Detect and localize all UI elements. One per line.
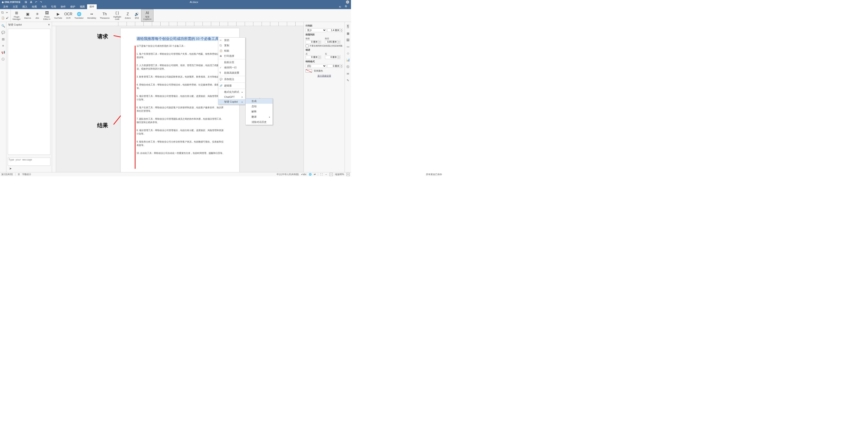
ribbon-mendeley[interactable]: ••Mendeley (86, 9, 98, 22)
after-value[interactable] (325, 40, 338, 44)
vertical-ruler[interactable] (52, 26, 56, 172)
doc-item[interactable]: 7. 团队协作工具：帮助创业公司管理团队成员之间的协作和沟通，包括项目管理工具、… (136, 117, 225, 124)
image-icon[interactable]: 🖼 (346, 38, 349, 42)
doc-item[interactable]: 3. 财务管理工具：帮助创业公司跟踪财务状况，包括预算、财务报表、支付和收款等。 (136, 75, 225, 78)
tab-插件[interactable]: 插件 (87, 4, 97, 9)
ctx-打印选择[interactable]: 🖶打印选择 (218, 53, 245, 59)
feedback-icon[interactable]: 📢 (1, 51, 5, 54)
advanced-link[interactable]: 显示高级设置 (306, 74, 343, 77)
ctx-保持同一行[interactable]: ✓保持同一行 (218, 65, 245, 70)
paste-icon[interactable]: 📋 (1, 17, 5, 20)
before-value[interactable] (306, 40, 318, 44)
sub-总结[interactable]: 总结 (246, 104, 273, 109)
open-file-icon[interactable]: ⎋ (337, 4, 343, 9)
sub-翻译[interactable]: 翻译▸ (246, 114, 273, 120)
outline-icon[interactable]: ≡ (2, 44, 4, 48)
comments-icon[interactable]: 💬 (1, 31, 5, 34)
cut-icon[interactable]: ✂ (6, 11, 9, 14)
document-scroll[interactable]: 请求 结果 请给我推荐每个创业公司成功所需的 10 个必备工具 以下是每个创业公… (52, 26, 304, 172)
no-space-checkbox[interactable] (306, 44, 309, 48)
ctx-剪切[interactable]: ✂剪切 (218, 38, 245, 43)
doc-item[interactable]: 8. 项目管理工具：帮助创业公司管理项目，包括任务分配、进度跟踪、风险管理和资源… (136, 129, 225, 135)
search-icon[interactable]: 🔍 (1, 24, 5, 28)
ribbon-zotero[interactable]: ZZotero (123, 9, 132, 22)
tab-插入[interactable]: 插入 (20, 4, 30, 9)
signature-icon[interactable]: ✎ (347, 79, 349, 82)
sub-解释[interactable]: 解释 (246, 109, 273, 114)
wordcount-label[interactable]: 字数统计 (22, 173, 31, 176)
horizontal-ruler[interactable] (52, 22, 304, 26)
tab-主页[interactable]: 主页 (10, 4, 20, 9)
about-icon[interactable]: ⓘ (2, 57, 5, 61)
indent-left[interactable] (306, 56, 318, 59)
language-label[interactable]: 中文(中华人民共和国) (277, 173, 299, 176)
doc-item[interactable]: 6. 客户支持工具：帮助创业公司跟踪客户支持请求和反馈，包括客户服务软件、知识库… (136, 106, 225, 113)
prompt-text[interactable]: 请给我推荐每个创业公司成功所需的 10 个必备工具 (136, 36, 219, 41)
page-indicator[interactable]: 第1页共3页 (1, 173, 13, 176)
redo-icon[interactable]: ↷ (40, 1, 42, 4)
sub-生成[interactable]: 生成 (246, 98, 273, 104)
ctx-智谱 Copilot[interactable]: 智谱 Copilot▸ (218, 99, 245, 104)
paragraph-icon[interactable]: ¶ (347, 24, 349, 29)
line-spacing-mode[interactable]: 至少 (306, 28, 327, 32)
special-value[interactable] (327, 64, 340, 68)
ctx-超链接[interactable]: 🔗超链接 (218, 83, 245, 88)
tab-协作[interactable]: 协作 (58, 4, 68, 9)
indent-right[interactable] (325, 56, 338, 59)
ribbon-macros[interactable]: ▣Macros (23, 9, 33, 22)
ctx-复制[interactable]: ⿻复制 (218, 43, 245, 48)
special-mode[interactable]: (无) (306, 64, 327, 68)
ctx-格式化为样式[interactable]: 格式化为样式▸ (218, 89, 245, 95)
ctx-段前分页[interactable]: 段前分页 (218, 60, 245, 65)
zoom-in-button[interactable]: + (346, 173, 350, 176)
track-changes-icon[interactable]: ⇄ (314, 173, 316, 176)
shape-icon[interactable]: ◇ (347, 52, 349, 55)
undo-icon[interactable]: ↶ (35, 1, 37, 4)
headings-icon[interactable]: ▤ (2, 37, 5, 41)
user-avatar[interactable]: A (346, 0, 349, 4)
ctx-ChatGPT[interactable]: ChatGPT▸ (218, 95, 245, 99)
tab-绘图[interactable]: 绘图 (30, 4, 39, 9)
tab-布局[interactable]: 布局 (39, 4, 49, 9)
table-icon[interactable]: ▦ (347, 32, 349, 35)
doc-item[interactable]: 4. 营销自动化工具：帮助创业公司营销活动，包括邮件营销、社交媒体营销、搜索告等… (136, 83, 225, 90)
ribbon-photo[interactable]: 🖼Photo Editor ▾ (41, 9, 52, 22)
ribbon-jitsi[interactable]: ✳Jitsi (33, 9, 41, 22)
header-icon[interactable]: ▭ (347, 45, 349, 48)
close-panel-icon[interactable]: ✕ (48, 23, 50, 26)
mail-icon[interactable]: ✉ (347, 72, 349, 75)
ctx-段落高级设置[interactable]: ¶段落高级设置 (218, 70, 245, 75)
ctx-粘贴[interactable]: 📋粘贴 (218, 48, 245, 53)
copilot-input[interactable] (8, 158, 51, 166)
tab-引用[interactable]: 引用 (49, 4, 58, 9)
save-icon[interactable]: 🖫 (25, 1, 27, 4)
bg-color-swatch[interactable] (306, 69, 312, 72)
ribbon-智谱[interactable]: AI智谱 Copilot ▾ (141, 9, 154, 22)
ribbon-highlight[interactable]: { }Highlight code (111, 9, 123, 22)
spellcheck-icon[interactable]: ✔abc (301, 173, 307, 176)
send-button[interactable]: ➤ (8, 166, 51, 171)
zoom-out-button[interactable]: − (330, 173, 333, 176)
line-spacing-value[interactable] (327, 29, 340, 32)
ribbon-youtube[interactable]: ▶YouTube (52, 9, 64, 22)
sub-清除对话历史[interactable]: 清除对话历史 (246, 120, 273, 125)
doc-item[interactable]: 2. 人力资源管理工具：帮助创业公司招聘、培训、管理员工和绩效，包括员工档案计划… (136, 64, 225, 70)
ribbon-讲话[interactable]: 🔊讲话 (132, 9, 141, 22)
tab-保护[interactable]: 保护 (68, 4, 78, 9)
format-painter-icon[interactable]: 🖌 (6, 17, 9, 20)
ribbon-ocr[interactable]: OCROCR (64, 9, 72, 22)
textart-icon[interactable]: Ⓐ (346, 65, 349, 69)
copy-icon[interactable]: ⿻ (1, 11, 5, 14)
zoom-label[interactable]: 缩放80% (335, 173, 344, 176)
doc-item[interactable]: 10. 自动化工具：帮助创业公司自动化一些重复性任务，包括时间管理、提醒和日历等… (136, 151, 225, 155)
ribbon-thesaurus[interactable]: ThThesaurus (98, 9, 112, 22)
doc-item[interactable]: 1. 客户关系管理工具：帮助创业公司管理客户关系，包括客户档案、销售和营销活动和… (136, 52, 225, 59)
tab-文件[interactable]: 文件 (1, 4, 10, 9)
spin-up[interactable]: ▴ (340, 29, 343, 30)
fit-width-icon[interactable]: ↔ (325, 173, 327, 176)
answer-title[interactable]: 以下是每个创业公司成功所需的 10 个必备工具： (136, 44, 225, 48)
ctx-添加批注[interactable]: 💬添加批注 (218, 76, 245, 82)
tab-视图[interactable]: 视图 (78, 4, 87, 9)
ribbon-translator[interactable]: 🌐Translator (72, 9, 85, 22)
doc-item[interactable]: 9. 报告和分析工具：帮助创业公司分析业务和客户状况，包括数据可视化、仪表板和仪… (136, 140, 225, 147)
